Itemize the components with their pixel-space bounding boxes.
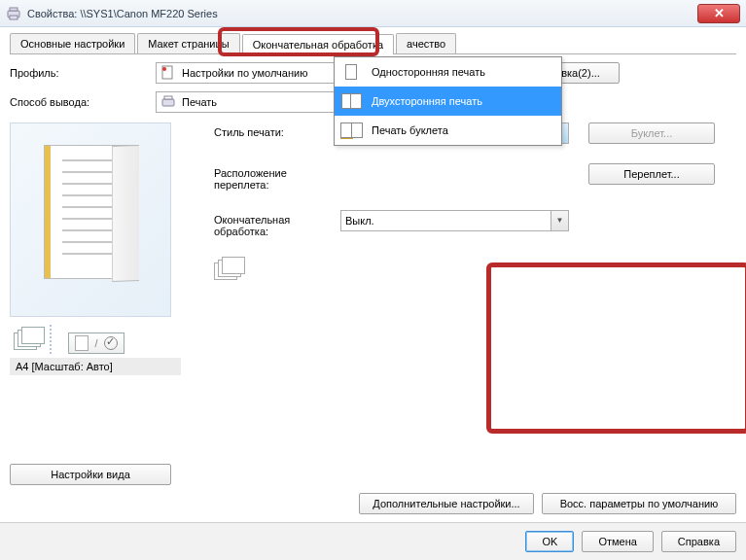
restore-defaults-button[interactable]: Восс. параметры по умолчанию bbox=[542, 493, 736, 514]
option-two-sided[interactable]: Двухсторонняя печать bbox=[335, 87, 561, 116]
tab-quality[interactable]: ачество bbox=[396, 33, 456, 53]
ok-button[interactable]: OK bbox=[525, 531, 574, 552]
svg-point-4 bbox=[162, 67, 166, 71]
svg-rect-2 bbox=[10, 16, 18, 19]
one-sided-icon bbox=[340, 63, 364, 81]
finish-value: Выкл. bbox=[345, 215, 374, 227]
window-title: Свойства: \\SYS1\Canon MF220 Series bbox=[27, 8, 697, 19]
tabs: Основные настройки Макет страницы Оконча… bbox=[10, 33, 736, 54]
output-label: Способ вывода: bbox=[10, 96, 156, 108]
advanced-settings-button[interactable]: Дополнительные настройки... bbox=[359, 493, 534, 514]
titlebar: Свойства: \\SYS1\Canon MF220 Series ✕ bbox=[0, 0, 746, 27]
page-preview bbox=[10, 122, 171, 317]
option-label: Двухсторонняя печать bbox=[372, 95, 482, 107]
help-button[interactable]: Справка bbox=[661, 531, 736, 552]
profile-label: Профиль: bbox=[10, 67, 156, 79]
dialog-footer: OK Отмена Справка bbox=[0, 522, 746, 560]
stack-icon bbox=[214, 257, 247, 282]
option-booklet[interactable]: Печать буклета bbox=[335, 116, 561, 145]
svg-rect-5 bbox=[162, 99, 174, 106]
output-printer-icon bbox=[160, 94, 176, 110]
profile-value: Настройки по умолчанию bbox=[182, 67, 307, 79]
preview-mode-toggle[interactable]: / bbox=[68, 332, 124, 354]
svg-rect-6 bbox=[164, 96, 172, 99]
booklet-button[interactable]: Буклет... bbox=[588, 122, 715, 144]
finish-label: Окончательная обработка: bbox=[214, 210, 340, 237]
binding-label: Расположение переплета: bbox=[214, 163, 340, 191]
print-style-dropdown: Односторонняя печать Двухсторонняя печат… bbox=[334, 56, 562, 146]
print-style-label: Стиль печати: bbox=[214, 122, 340, 138]
tab-finishing[interactable]: Окончательная обработка bbox=[242, 34, 394, 54]
profile-icon bbox=[160, 65, 176, 81]
option-label: Односторонняя печать bbox=[372, 66, 485, 78]
finish-select[interactable]: Выкл. ▼ bbox=[340, 210, 569, 231]
preview-info: A4 [Масштаб: Авто] bbox=[10, 358, 181, 375]
tab-basic[interactable]: Основные настройки bbox=[10, 33, 135, 53]
output-value: Печать bbox=[182, 96, 217, 108]
option-one-sided[interactable]: Односторонняя печать bbox=[335, 57, 561, 87]
svg-rect-1 bbox=[10, 8, 18, 11]
tab-page-layout[interactable]: Макет страницы bbox=[137, 33, 239, 53]
binding-button[interactable]: Переплет... bbox=[588, 163, 715, 185]
highlight-dropdown bbox=[486, 262, 746, 434]
printer-icon bbox=[6, 6, 21, 21]
booklet-icon bbox=[340, 122, 364, 139]
view-settings-button[interactable]: Настройки вида bbox=[10, 464, 171, 485]
close-button[interactable]: ✕ bbox=[697, 4, 740, 23]
cancel-button[interactable]: Отмена bbox=[582, 531, 653, 552]
divider-icon bbox=[49, 325, 53, 354]
two-sided-icon bbox=[340, 92, 364, 110]
option-label: Печать буклета bbox=[372, 124, 448, 136]
stack-icon bbox=[14, 327, 47, 352]
dropdown-arrow-icon: ▼ bbox=[551, 211, 568, 230]
